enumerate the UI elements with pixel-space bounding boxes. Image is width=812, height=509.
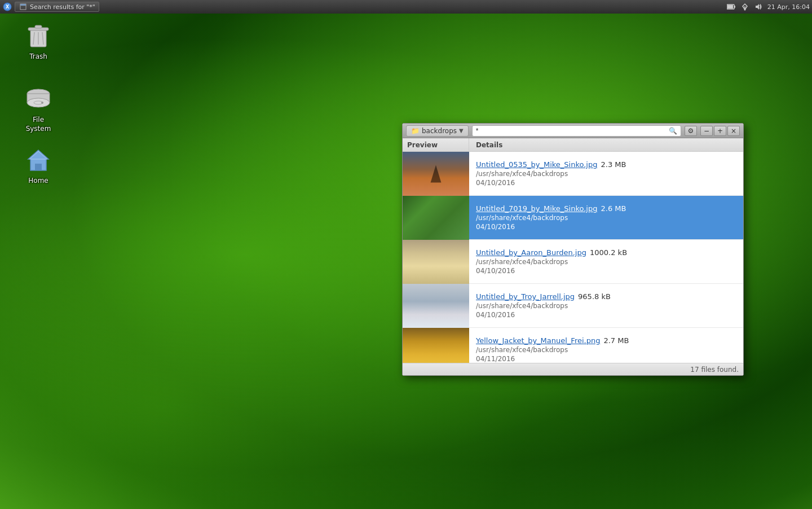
details-column-header: Details [469, 141, 743, 149]
xfce-logo-button[interactable]: X [2, 2, 12, 12]
fm-column-headers: Preview Details [403, 138, 743, 152]
file-thumbnail [403, 328, 469, 363]
file-path: /usr/share/xfce4/backdrops [476, 346, 736, 354]
svg-rect-5 [734, 6, 735, 8]
maximize-button[interactable]: + [714, 126, 726, 136]
filesystem-icon-img [25, 86, 52, 113]
taskbar-right: 21 Apr, 16:04 [727, 2, 810, 11]
fm-search-input[interactable] [476, 127, 667, 135]
file-manager-window: 📁 backdrops ▼ 🔍 ⚙ − + × [402, 123, 744, 376]
table-row[interactable]: Untitled_by_Aaron_Burden.jpg 1000.2 kB /… [403, 240, 743, 284]
svg-point-19 [41, 102, 43, 104]
preview-column-header: Preview [403, 138, 469, 151]
svg-point-7 [744, 9, 745, 11]
trash-icon[interactable]: Trash [16, 20, 61, 64]
table-row[interactable]: Untitled_0535_by_Mike_Sinko.jpg 2.3 MB /… [403, 152, 743, 196]
svg-rect-21 [35, 164, 42, 170]
taskbar-datetime: 21 Apr, 16:04 [767, 3, 810, 11]
file-size: 2.7 MB [603, 336, 629, 345]
trash-icon-img [25, 23, 52, 50]
file-path: /usr/share/xfce4/backdrops [476, 170, 736, 178]
taskbar-window-button[interactable]: Search results for "*" [15, 2, 99, 12]
minimize-button[interactable]: − [700, 126, 713, 136]
file-date: 04/10/2016 [476, 267, 736, 275]
file-size: 1000.2 kB [590, 248, 627, 257]
file-name: Yellow_Jacket_by_Manuel_Frei.png [476, 336, 600, 345]
file-details: Untitled_by_Aaron_Burden.jpg 1000.2 kB /… [469, 240, 743, 283]
svg-point-17 [27, 98, 50, 107]
svg-rect-11 [35, 25, 42, 28]
taskbar: X Search results for "*" [0, 0, 812, 14]
file-details: Untitled_7019_by_Mike_Sinko.jpg 2.6 MB /… [469, 196, 743, 239]
fm-file-list: Untitled_0535_by_Mike_Sinko.jpg 2.3 MB /… [403, 152, 743, 363]
desktop: X Search results for "*" [0, 0, 812, 509]
folder-icon: 📁 [411, 127, 420, 135]
fm-location-text: backdrops [422, 127, 457, 135]
file-details: Untitled_by_Troy_Jarrell.jpg 965.8 kB /u… [469, 284, 743, 327]
home-icon[interactable]: Home [16, 144, 61, 188]
close-button[interactable]: × [727, 126, 740, 136]
svg-rect-6 [727, 5, 733, 8]
table-row[interactable]: Yellow_Jacket_by_Manuel_Frei.png 2.7 MB … [403, 328, 743, 363]
filesystem-icon[interactable]: File System [16, 84, 61, 136]
file-name: Untitled_by_Aaron_Burden.jpg [476, 248, 586, 257]
volume-icon [754, 2, 763, 11]
fm-titlebar: 📁 backdrops ▼ 🔍 ⚙ − + × [403, 124, 743, 138]
taskbar-window-icon [19, 2, 28, 11]
file-thumbnail [403, 152, 469, 196]
file-date: 04/10/2016 [476, 223, 736, 231]
home-label: Home [26, 176, 50, 186]
file-details: Untitled_0535_by_Mike_Sinko.jpg 2.3 MB /… [469, 152, 743, 195]
file-size: 2.6 MB [601, 204, 626, 213]
file-date: 04/11/2016 [476, 355, 736, 363]
fm-settings-button[interactable]: ⚙ [685, 126, 697, 136]
file-path: /usr/share/xfce4/backdrops [476, 258, 736, 266]
gear-icon: ⚙ [688, 127, 694, 135]
network-icon [740, 2, 749, 11]
filesystem-label: File System [18, 115, 59, 134]
taskbar-window-label: Search results for "*" [30, 3, 95, 11]
taskbar-left: X Search results for "*" [2, 2, 99, 12]
file-path: /usr/share/xfce4/backdrops [476, 214, 736, 222]
file-name: Untitled_0535_by_Mike_Sinko.jpg [476, 160, 597, 169]
file-date: 04/10/2016 [476, 179, 736, 187]
chevron-down-icon: ▼ [459, 128, 464, 134]
fm-content: Preview Details Untitled_0535_by_Mike_Si… [403, 138, 743, 363]
table-row[interactable]: Untitled_7019_by_Mike_Sinko.jpg 2.6 MB /… [403, 196, 743, 240]
svg-text:X: X [6, 5, 10, 10]
fm-statusbar: 17 files found. [403, 363, 743, 375]
file-details: Yellow_Jacket_by_Manuel_Frei.png 2.7 MB … [469, 328, 743, 363]
fm-window-controls: − + × [700, 126, 740, 136]
file-name: Untitled_by_Troy_Jarrell.jpg [476, 292, 575, 301]
file-name: Untitled_7019_by_Mike_Sinko.jpg [476, 204, 597, 213]
svg-marker-8 [756, 4, 759, 10]
search-icon[interactable]: 🔍 [669, 127, 677, 135]
fm-status-text: 17 files found. [690, 366, 739, 374]
fm-location-button[interactable]: 📁 backdrops ▼ [406, 125, 469, 137]
svg-rect-3 [20, 4, 26, 6]
file-size: 2.3 MB [601, 160, 626, 169]
file-date: 04/10/2016 [476, 311, 736, 319]
file-thumbnail [403, 196, 469, 240]
file-thumbnail [403, 284, 469, 328]
home-icon-img [25, 147, 52, 174]
file-size: 965.8 kB [578, 292, 611, 301]
trash-label: Trash [27, 52, 50, 62]
table-row[interactable]: Untitled_by_Troy_Jarrell.jpg 965.8 kB /u… [403, 284, 743, 328]
fm-search-box: 🔍 [472, 125, 681, 137]
battery-icon [727, 2, 736, 11]
file-thumbnail [403, 240, 469, 284]
file-path: /usr/share/xfce4/backdrops [476, 302, 736, 310]
